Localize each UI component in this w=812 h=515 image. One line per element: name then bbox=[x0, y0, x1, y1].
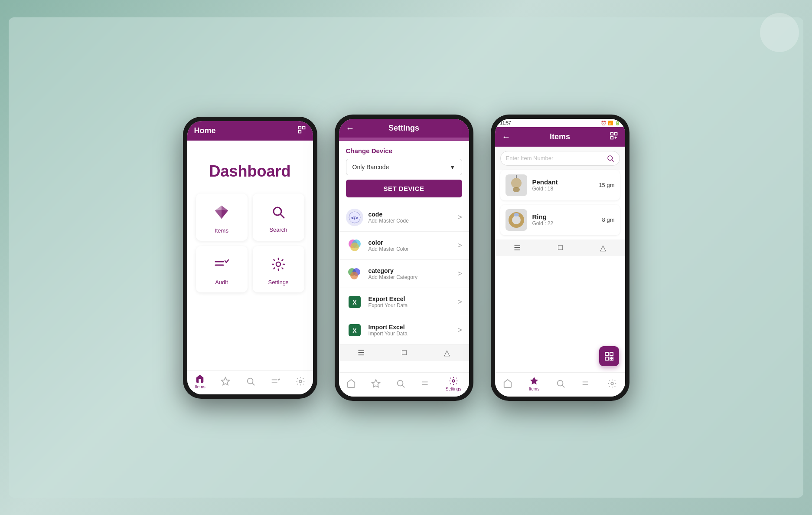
chevron-down-icon: ▼ bbox=[450, 164, 456, 171]
items-back-btn[interactable]: ← bbox=[502, 132, 511, 142]
items-search-input[interactable] bbox=[506, 155, 607, 161]
svg-rect-53 bbox=[612, 359, 613, 360]
i-nav-settings[interactable] bbox=[607, 379, 617, 388]
color-icon bbox=[346, 237, 363, 254]
change-device-section: Change Device Only Barcode ▼ SET DEVICE bbox=[339, 141, 469, 203]
nav-home[interactable]: Items bbox=[195, 374, 205, 389]
svg-marker-13 bbox=[222, 377, 229, 385]
pendant-weight: 15 gm bbox=[599, 182, 614, 188]
purple-band bbox=[339, 138, 469, 141]
pendant-avatar bbox=[505, 174, 527, 196]
search-submit-icon[interactable] bbox=[607, 154, 614, 162]
settings-header-title: Settings bbox=[388, 124, 419, 133]
svg-line-58 bbox=[562, 385, 564, 387]
grid-btn-audit-label: Audit bbox=[215, 279, 228, 285]
pendant-name: Pendant bbox=[532, 178, 599, 186]
qr-scan-fab[interactable] bbox=[599, 346, 619, 366]
phone-items-screen: 11:57 ⏰ 📶 🔋 ← Items bbox=[495, 119, 625, 397]
item-card-pendant[interactable]: Pendant Gold : 18 15 gm bbox=[500, 170, 620, 200]
code-icon: </> bbox=[346, 209, 363, 226]
items-bottom-nav: Items bbox=[495, 372, 625, 397]
phone-settings-screen: ← Settings Change Device Only Barcode ▼ … bbox=[339, 119, 469, 397]
svg-rect-54 bbox=[612, 357, 613, 358]
android-menu-icon[interactable]: ☰ bbox=[358, 348, 365, 358]
i-nav-home[interactable] bbox=[503, 379, 512, 388]
svg-rect-52 bbox=[610, 357, 611, 358]
svg-point-26 bbox=[350, 272, 358, 279]
item-card-ring[interactable]: Ring Gold : 22 8 gm bbox=[500, 205, 620, 235]
svg-rect-49 bbox=[605, 352, 608, 355]
device-dropdown[interactable]: Only Barcode ▼ bbox=[346, 159, 462, 175]
svg-point-44 bbox=[511, 178, 522, 188]
settings-back-btn[interactable]: ← bbox=[346, 123, 355, 133]
svg-point-14 bbox=[247, 378, 253, 384]
settings-item-import-text: Import Excel Import Your Data bbox=[368, 324, 458, 337]
color-arrow: > bbox=[458, 242, 462, 249]
android-menu-icon-2[interactable]: ☰ bbox=[514, 243, 521, 253]
home-header: Home bbox=[187, 121, 313, 141]
items-header-add-icon[interactable] bbox=[610, 131, 618, 142]
svg-rect-55 bbox=[610, 359, 611, 360]
settings-item-export[interactable]: X Export Excel Export Your Data > bbox=[339, 288, 469, 316]
i-nav-search[interactable] bbox=[556, 379, 565, 388]
import-subtitle: Import Your Data bbox=[368, 331, 458, 337]
svg-point-42 bbox=[608, 156, 613, 161]
ring-weight: 8 gm bbox=[602, 216, 615, 223]
i-nav-items[interactable]: Items bbox=[529, 376, 539, 391]
grid-btn-settings[interactable]: Settings bbox=[253, 246, 304, 292]
android-back-icon-2[interactable]: △ bbox=[600, 243, 606, 253]
i-nav-audit[interactable] bbox=[581, 379, 591, 388]
svg-line-43 bbox=[612, 160, 613, 161]
home-header-icon[interactable] bbox=[297, 125, 306, 136]
signal-icon: 📶 bbox=[608, 121, 613, 125]
svg-text:</>: </> bbox=[351, 215, 358, 220]
items-header: ← Items bbox=[495, 127, 625, 147]
status-time: 11:57 bbox=[500, 121, 511, 125]
nav-items[interactable] bbox=[221, 377, 230, 386]
svg-text:X: X bbox=[352, 299, 357, 306]
s-nav-settings-label: Settings bbox=[446, 387, 461, 391]
phone-home: Home Dashboard bbox=[183, 117, 317, 399]
dropdown-value: Only Barcode bbox=[352, 164, 389, 171]
grid-btn-items[interactable]: Items bbox=[196, 194, 248, 241]
android-home-icon-2[interactable]: □ bbox=[558, 243, 563, 252]
home-grid: Items Search bbox=[187, 194, 313, 301]
svg-marker-56 bbox=[530, 377, 538, 384]
i-nav-items-label: Items bbox=[529, 387, 539, 391]
items-search-bar[interactable] bbox=[500, 151, 620, 166]
settings-item-category[interactable]: category Add Master Category > bbox=[339, 260, 469, 288]
android-back-icon[interactable]: △ bbox=[444, 348, 450, 358]
s-nav-items[interactable] bbox=[371, 379, 381, 388]
import-arrow: > bbox=[458, 326, 462, 334]
settings-item-color[interactable]: color Add Master Color > bbox=[339, 232, 469, 260]
settings-item-import[interactable]: X Import Excel Import Your Data > bbox=[339, 316, 469, 344]
settings-item-code[interactable]: </> code Add Master Code > bbox=[339, 203, 469, 232]
s-nav-home[interactable] bbox=[346, 379, 356, 388]
grid-btn-audit[interactable]: Audit bbox=[196, 246, 248, 292]
svg-point-57 bbox=[557, 381, 563, 386]
svg-rect-1 bbox=[302, 126, 305, 129]
android-home-icon[interactable]: □ bbox=[402, 348, 407, 357]
s-nav-settings[interactable]: Settings bbox=[446, 376, 461, 391]
nav-settings[interactable] bbox=[296, 377, 305, 386]
svg-rect-50 bbox=[610, 352, 613, 355]
battery-icon: 🔋 bbox=[615, 121, 620, 125]
s-nav-audit[interactable] bbox=[421, 379, 430, 388]
ring-avatar bbox=[505, 209, 527, 231]
pendant-detail: Gold : 18 bbox=[532, 186, 599, 192]
set-device-button[interactable]: SET DEVICE bbox=[346, 180, 462, 197]
svg-point-45 bbox=[513, 187, 520, 192]
ring-name: Ring bbox=[532, 213, 602, 220]
svg-marker-31 bbox=[372, 380, 380, 387]
code-title: code bbox=[368, 211, 458, 218]
nav-audit[interactable] bbox=[271, 377, 280, 386]
ring-info: Ring Gold : 22 bbox=[532, 213, 602, 226]
phone-home-screen: Home Dashboard bbox=[187, 121, 313, 394]
s-nav-search[interactable] bbox=[396, 379, 405, 388]
nav-search[interactable] bbox=[246, 377, 255, 386]
settings-item-export-text: Export Excel Export Your Data bbox=[368, 295, 458, 308]
items-header-title: Items bbox=[550, 132, 570, 141]
search-icon-large bbox=[271, 205, 286, 223]
color-subtitle: Add Master Color bbox=[368, 246, 458, 252]
grid-btn-search[interactable]: Search bbox=[253, 194, 304, 241]
